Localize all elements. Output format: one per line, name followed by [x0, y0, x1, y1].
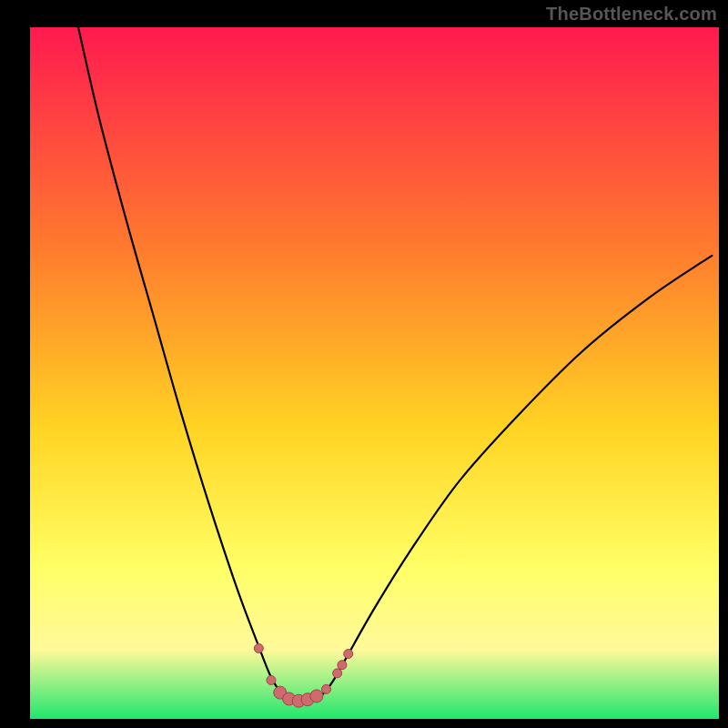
- curve-marker: [254, 643, 263, 652]
- plot-background: [30, 27, 719, 719]
- chart-container: { "watermark": "TheBottleneck.com", "col…: [0, 0, 728, 728]
- curve-marker: [333, 669, 342, 678]
- bottleneck-chart: [0, 0, 728, 728]
- curve-marker: [267, 675, 276, 684]
- curve-marker: [322, 684, 331, 693]
- curve-marker: [310, 690, 323, 703]
- watermark-text: TheBottleneck.com: [546, 4, 717, 25]
- curve-marker: [344, 650, 353, 659]
- curve-marker: [338, 661, 347, 670]
